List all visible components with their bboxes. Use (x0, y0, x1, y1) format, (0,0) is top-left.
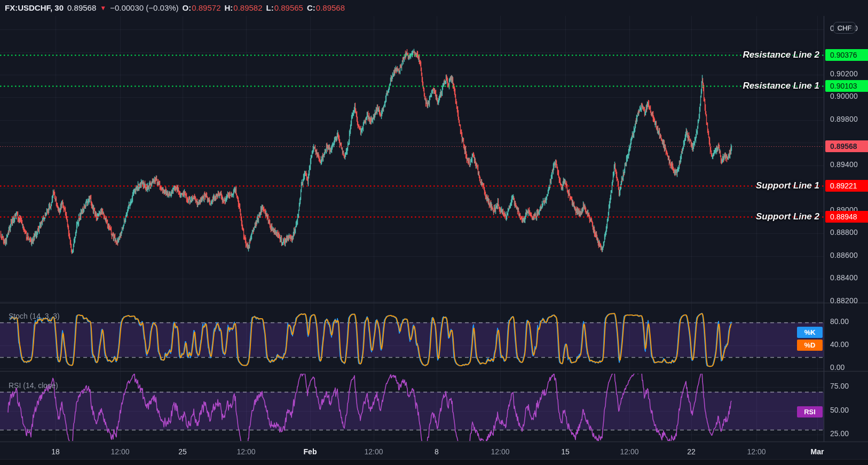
time-tick-label: 12:00 (491, 447, 509, 456)
trading-chart-app: FX:USDCHF, 30 0.89568 ▼ −0.00030 (−0.03%… (0, 0, 868, 465)
direction-down-icon: ▼ (100, 4, 106, 12)
time-tick-label: Feb (304, 447, 317, 456)
price-tick-label: 0.88600 (830, 251, 858, 259)
resistance-line-2-label[interactable]: Resistance Line 2 (743, 49, 819, 60)
ohlc-value: 0.89568 (316, 3, 345, 12)
rsi-pane-title[interactable]: RSI (14, close) (9, 381, 58, 390)
time-tick-label: 12:00 (747, 447, 766, 456)
level-price-badge: 0.90376 (825, 49, 868, 61)
resistance-line-1-label[interactable]: Resistance Line 1 (743, 80, 819, 91)
stoch-pane-title[interactable]: Stoch (14, 3, 3) (9, 312, 60, 320)
ohlc-label: L: (266, 3, 274, 12)
time-tick-label: 12:00 (236, 447, 255, 456)
price-tick-label: 0.90000 (830, 92, 858, 100)
time-tick-label: 8 (435, 447, 439, 456)
time-tick-label: 15 (561, 447, 570, 456)
time-tick-label: 18 (51, 447, 60, 456)
support-line-2-label[interactable]: Support Line 2 (756, 211, 819, 222)
ohlc-values: O:0.89572H:0.89582L:0.89565C:0.89568 (183, 3, 345, 12)
time-tick-label: Mar (811, 447, 824, 456)
time-tick-label: 12:00 (620, 447, 638, 456)
stoch-tick-label: 0.00 (830, 363, 845, 372)
ohlc-value: 0.89582 (233, 3, 262, 12)
chart-canvas[interactable] (0, 0, 868, 465)
time-tick-label: 12:00 (111, 447, 129, 456)
price-tick-label: 0.88200 (830, 296, 858, 305)
time-tick-label: 25 (178, 447, 187, 456)
symbol-title[interactable]: FX:USDCHF, 30 (5, 3, 64, 12)
rsi-tick-label: 25.00 (830, 429, 849, 438)
price-tick-label: 0.90200 (830, 69, 858, 78)
ohlc-item: C:0.89568 (307, 3, 345, 12)
rsi-badge: RSI (797, 406, 823, 417)
ohlc-label: C: (307, 3, 315, 12)
price-tick-label: 0.88800 (830, 228, 858, 237)
ohlc-value: 0.89572 (192, 3, 220, 12)
time-tick-label: 12:00 (364, 447, 383, 456)
bottom-toolbar-edge (0, 459, 868, 465)
rsi-tick-label: 75.00 (830, 382, 849, 390)
stoch-tick-label: 40.00 (830, 340, 849, 349)
price-tick-label: 0.88400 (830, 273, 858, 282)
stoch-d-badge: %D (797, 340, 823, 351)
rsi-tick-label: 50.00 (830, 406, 849, 414)
price-tick-label: 0.89800 (830, 115, 858, 123)
ohlc-value: 0.89565 (274, 3, 303, 12)
last-price: 0.89568 (67, 3, 96, 12)
ohlc-label: O: (183, 3, 192, 12)
last-price-badge: 0.89568 (825, 140, 868, 152)
stoch-k-badge: %K (797, 327, 823, 338)
time-tick-label: 22 (687, 447, 696, 456)
price-tick-label: 0.89400 (830, 160, 858, 169)
ohlc-item: L:0.89565 (266, 3, 303, 12)
support-line-1-label[interactable]: Support Line 1 (756, 180, 819, 191)
level-price-badge: 0.89221 (825, 180, 868, 192)
level-price-badge: 0.88948 (825, 211, 868, 223)
ohlc-item: O:0.89572 (183, 3, 221, 12)
symbol-info-bar: FX:USDCHF, 30 0.89568 ▼ −0.00030 (−0.03%… (5, 3, 345, 12)
price-change: −0.00030 (−0.03%) (110, 3, 178, 12)
currency-toggle-button[interactable]: CHF (833, 22, 856, 34)
ohlc-item: H:0.89582 (225, 3, 263, 12)
level-price-badge: 0.90103 (825, 80, 868, 92)
stoch-tick-label: 80.00 (830, 317, 849, 326)
ohlc-label: H: (225, 3, 233, 12)
